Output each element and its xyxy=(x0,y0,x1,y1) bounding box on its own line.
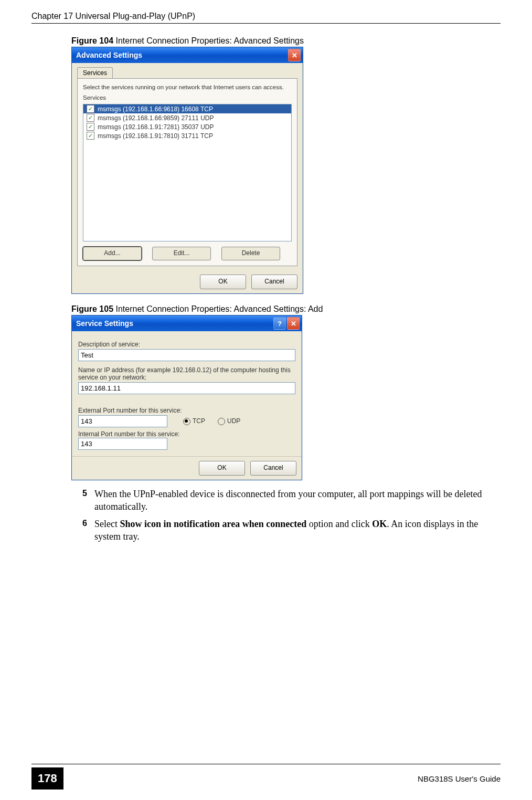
checkbox-icon[interactable]: ✓ xyxy=(87,114,94,122)
step-5: 5 When the UPnP-enabled device is discon… xyxy=(71,488,501,513)
dialog-titlebar: Advanced Settings ✕ xyxy=(72,47,303,63)
internal-port-label: Internal Port number for this service: xyxy=(78,430,295,438)
figure-105-caption: Figure 105 Internet Connection Propertie… xyxy=(71,304,501,314)
external-port-label: External Port number for this service: xyxy=(78,407,295,414)
advanced-settings-dialog: Advanced Settings ✕ Services Select the … xyxy=(71,47,303,294)
edit-button[interactable]: Edit... xyxy=(152,247,211,260)
delete-button[interactable]: Delete xyxy=(221,247,280,260)
list-item-label: msmsgs (192.168.1.66:9859) 27111 UDP xyxy=(98,114,214,122)
figure-104-label: Figure 104 xyxy=(71,36,115,45)
list-item[interactable]: ✓ msmsgs (192.168.1.91:7810) 31711 TCP xyxy=(83,131,291,140)
internal-port-input[interactable] xyxy=(78,438,167,450)
checkbox-icon[interactable]: ✓ xyxy=(87,132,94,140)
guide-name: NBG318S User's Guide xyxy=(418,774,501,783)
ok-button[interactable]: OK xyxy=(199,461,245,476)
host-label: Name or IP address (for example 192.168.… xyxy=(78,366,295,381)
list-item[interactable]: ✓ msmsgs (192.168.1.91:7281) 35037 UDP xyxy=(83,122,291,131)
close-icon[interactable]: ✕ xyxy=(287,317,300,330)
step-text-bold: Show icon in notification area when conn… xyxy=(120,519,306,529)
host-input[interactable] xyxy=(78,382,295,394)
service-settings-dialog: Service Settings ? ✕ Description of serv… xyxy=(71,315,302,480)
dialog-title: Service Settings xyxy=(76,319,133,328)
checkbox-icon[interactable]: ✓ xyxy=(87,105,94,113)
services-group-label: Services xyxy=(83,94,292,101)
external-port-input[interactable] xyxy=(78,415,167,427)
udp-radio[interactable]: UDP xyxy=(218,417,240,425)
figure-105-title: Internet Connection Properties: Advanced… xyxy=(115,304,323,313)
list-item-label: msmsgs (192.168.1.91:7810) 31711 TCP xyxy=(98,132,213,140)
dialog-titlebar: Service Settings ? ✕ xyxy=(72,315,302,331)
figure-104-title: Internet Connection Properties: Advanced… xyxy=(115,36,303,45)
services-listbox[interactable]: ✓ msmsgs (192.168.1.66:9618) 16608 TCP ✓… xyxy=(83,104,292,241)
cancel-button[interactable]: Cancel xyxy=(250,461,296,476)
list-item[interactable]: ✓ msmsgs (192.168.1.66:9618) 16608 TCP xyxy=(83,104,291,113)
tcp-radio[interactable]: TCP xyxy=(183,417,205,425)
radio-icon xyxy=(218,418,225,425)
page-number: 178 xyxy=(31,767,63,790)
step-number: 5 xyxy=(71,488,87,513)
list-item-label: msmsgs (192.168.1.91:7281) 35037 UDP xyxy=(98,123,214,131)
udp-radio-label: UDP xyxy=(227,417,240,425)
tab-services[interactable]: Services xyxy=(77,67,113,78)
step-text: Select Show icon in notification area wh… xyxy=(94,518,501,543)
description-input[interactable] xyxy=(78,349,295,361)
figure-105-label: Figure 105 xyxy=(71,304,115,313)
chapter-header: Chapter 17 Universal Plug-and-Play (UPnP… xyxy=(31,12,501,24)
add-button[interactable]: Add... xyxy=(83,247,142,260)
description-label: Description of service: xyxy=(78,341,295,348)
tcp-radio-label: TCP xyxy=(193,417,205,425)
step-text-part: option and click xyxy=(306,519,372,529)
list-item-label: msmsgs (192.168.1.66:9618) 16608 TCP xyxy=(98,106,213,113)
step-text: When the UPnP-enabled device is disconne… xyxy=(94,488,501,513)
step-text-bold: OK xyxy=(372,519,387,529)
figure-104-caption: Figure 104 Internet Connection Propertie… xyxy=(71,36,501,46)
checkbox-icon[interactable]: ✓ xyxy=(87,123,94,131)
help-icon[interactable]: ? xyxy=(273,317,286,330)
services-instruction: Select the services running on your netw… xyxy=(83,84,292,90)
radio-icon xyxy=(183,418,190,425)
close-icon[interactable]: ✕ xyxy=(288,49,301,61)
list-item[interactable]: ✓ msmsgs (192.168.1.66:9859) 27111 UDP xyxy=(83,113,291,122)
cancel-button[interactable]: Cancel xyxy=(251,275,297,289)
step-6: 6 Select Show icon in notification area … xyxy=(71,518,501,543)
dialog-title: Advanced Settings xyxy=(76,51,142,59)
step-number: 6 xyxy=(71,518,87,543)
step-text-part: Select xyxy=(94,519,120,529)
ok-button[interactable]: OK xyxy=(200,275,246,289)
